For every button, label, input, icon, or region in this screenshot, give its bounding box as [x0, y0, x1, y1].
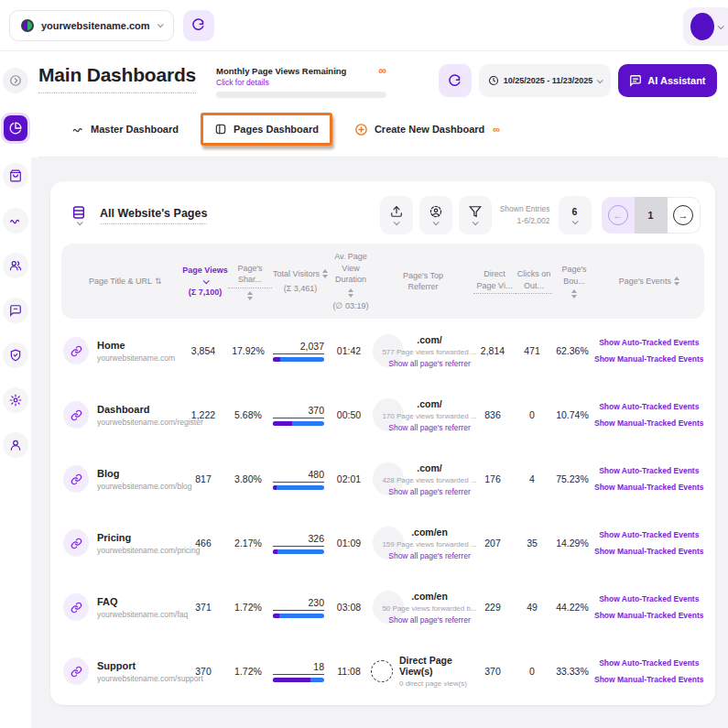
table-row: Blog yourwebsitename.com/blog 817 3.80% …	[61, 447, 704, 511]
sidebar-item-account[interactable]	[3, 432, 28, 458]
sort-icon	[247, 291, 253, 300]
show-manual-tracked-events-link[interactable]: Show Manual-Tracked Events	[594, 418, 704, 428]
col-bounce[interactable]: Page's Bou...	[552, 264, 596, 299]
referrer-name: .com/en	[382, 591, 476, 602]
top-referrer-cell: Direct Page View(s) 0 direct page view(s…	[371, 655, 472, 688]
avg-duration-value: 01:09	[327, 538, 371, 549]
show-all-referrers-link[interactable]: Show all page's referrer	[382, 359, 476, 368]
col-page-title[interactable]: Page Title & URL⇅	[63, 276, 182, 288]
tab-label: Create New Dashboard	[375, 124, 484, 135]
outbound-clicks-value: 35	[514, 538, 550, 549]
show-all-referrers-link[interactable]: Show all page's referrer	[382, 487, 476, 496]
shopping-bag-icon	[9, 169, 22, 182]
show-manual-tracked-events-link[interactable]: Show Manual-Tracked Events	[594, 547, 704, 556]
col-page-events[interactable]: Page's Events	[596, 276, 702, 288]
total-visitors-value: 2,037	[273, 341, 324, 354]
page-share-value: 5.68%	[226, 409, 270, 420]
export-button[interactable]	[380, 196, 413, 234]
sidebar-item-feedback[interactable]	[3, 298, 28, 323]
page-link-icon[interactable]	[63, 337, 89, 364]
dashboard-tabs: Master Dashboard Pages Dashboard Create …	[38, 98, 719, 158]
show-auto-tracked-events-link[interactable]: Show Auto-Tracked Events	[599, 466, 699, 475]
show-manual-tracked-events-link[interactable]: Show Manual-Tracked Events	[594, 354, 704, 364]
table-body: Home yourwebsitename.com 3,854 17.92% 2,…	[61, 319, 704, 703]
sort-icon	[571, 289, 577, 299]
activity-icon	[9, 214, 22, 227]
collapse-sidebar-button[interactable]	[3, 68, 28, 93]
visit-website-button[interactable]	[183, 10, 214, 41]
total-visitors-value: 326	[273, 533, 324, 547]
top-referrer-cell: .com/en 159 Page views forwarded ... Sho…	[371, 527, 472, 560]
filter-button[interactable]	[459, 196, 492, 234]
page-link-icon[interactable]	[63, 657, 89, 685]
chevron-down-icon	[597, 77, 603, 83]
col-outbound-clicks[interactable]: Clicks on Out...	[516, 268, 552, 294]
total-visitors-cell: 370	[270, 405, 327, 426]
total-visitors-cell: 480	[270, 469, 327, 490]
ai-assistant-button[interactable]: AI Assistant	[618, 64, 716, 97]
page-title: FAQ	[97, 596, 188, 607]
sort-icon	[348, 288, 353, 298]
page-share-value: 1.72%	[226, 602, 270, 613]
page-link-icon[interactable]	[63, 529, 89, 557]
sidebar-item-store[interactable]	[3, 163, 28, 189]
outbound-clicks-value: 49	[514, 602, 550, 613]
show-auto-tracked-events-link[interactable]: Show Auto-Tracked Events	[599, 530, 699, 539]
col-avg-duration[interactable]: Av. Page View Duration(∅ 03:19)	[329, 251, 373, 311]
page-link-icon[interactable]	[63, 401, 89, 429]
arrow-right-icon: →	[673, 205, 693, 225]
tab-master-dashboard[interactable]: Master Dashboard	[71, 123, 179, 136]
direct-view-icon	[371, 660, 393, 682]
tab-pages-dashboard[interactable]: Pages Dashboard	[201, 113, 332, 146]
show-all-referrers-link[interactable]: Show all page's referrer	[382, 551, 476, 560]
page-link-icon[interactable]	[63, 465, 89, 493]
show-auto-tracked-events-link[interactable]: Show Auto-Tracked Events	[599, 338, 699, 347]
show-auto-tracked-events-link[interactable]: Show Auto-Tracked Events	[599, 658, 699, 668]
chat-icon	[9, 304, 22, 317]
visitors-bar	[273, 357, 324, 362]
outbound-clicks-value: 0	[514, 666, 550, 677]
chevron-down-icon	[718, 23, 724, 29]
page-views-value: 817	[180, 473, 226, 484]
sidebar-item-visitors[interactable]	[3, 253, 28, 278]
page-url: yourwebsitename.com/blog	[97, 482, 191, 491]
quota-details-link[interactable]: Click for details	[216, 78, 386, 87]
refresh-button[interactable]	[439, 64, 472, 97]
avg-duration-value: 03:08	[327, 602, 371, 613]
show-manual-tracked-events-link[interactable]: Show Manual-Tracked Events	[594, 675, 704, 684]
direct-views-value: 207	[472, 538, 514, 549]
gear-icon	[9, 394, 22, 407]
col-total-visitors[interactable]: Total Visitors(Σ 3,461)	[272, 268, 329, 294]
next-page-button[interactable]: →	[668, 197, 701, 234]
show-all-referrers-link[interactable]: Show all page's referrer	[382, 615, 476, 625]
table-title: All Website's Pages	[100, 207, 207, 224]
show-all-referrers-link[interactable]: Show all page's referrer	[382, 423, 476, 432]
sidebar-item-privacy[interactable]	[3, 342, 28, 368]
table-type-selector[interactable]	[65, 205, 92, 225]
page-share-value: 17.92%	[226, 345, 270, 356]
col-page-views[interactable]: Page Views(Σ 7,100)	[182, 265, 228, 298]
page-link-icon[interactable]	[63, 593, 89, 621]
tab-label: Master Dashboard	[91, 124, 179, 135]
date-range-picker[interactable]: 10/25/2025 - 11/23/2025	[479, 64, 612, 97]
show-auto-tracked-events-link[interactable]: Show Auto-Tracked Events	[599, 594, 699, 603]
refresh-icon	[448, 74, 462, 88]
segments-button[interactable]	[419, 196, 452, 234]
sort-icon	[322, 269, 328, 278]
col-direct-views[interactable]: Direct Page Vi...	[473, 268, 516, 294]
sidebar-item-dashboards[interactable]	[1, 113, 30, 144]
sidebar-item-settings[interactable]	[3, 387, 28, 413]
tab-create-new-dashboard[interactable]: Create New Dashboard ∞	[354, 123, 500, 136]
col-top-referrer[interactable]: Page's Top Referrer	[373, 270, 473, 293]
col-page-share[interactable]: Page's Shar...	[228, 263, 272, 300]
show-manual-tracked-events-link[interactable]: Show Manual-Tracked Events	[594, 611, 704, 620]
prev-page-button[interactable]: ←	[602, 197, 635, 234]
arrow-left-icon: ←	[608, 205, 628, 225]
show-auto-tracked-events-link[interactable]: Show Auto-Tracked Events	[599, 402, 699, 411]
website-selector[interactable]: yourwebsitename.com	[9, 10, 174, 41]
account-menu[interactable]	[683, 7, 728, 46]
page-size-selector[interactable]: 6	[559, 196, 592, 234]
export-icon	[390, 205, 403, 218]
sidebar-item-traffic[interactable]	[3, 208, 28, 234]
show-manual-tracked-events-link[interactable]: Show Manual-Tracked Events	[594, 483, 704, 492]
